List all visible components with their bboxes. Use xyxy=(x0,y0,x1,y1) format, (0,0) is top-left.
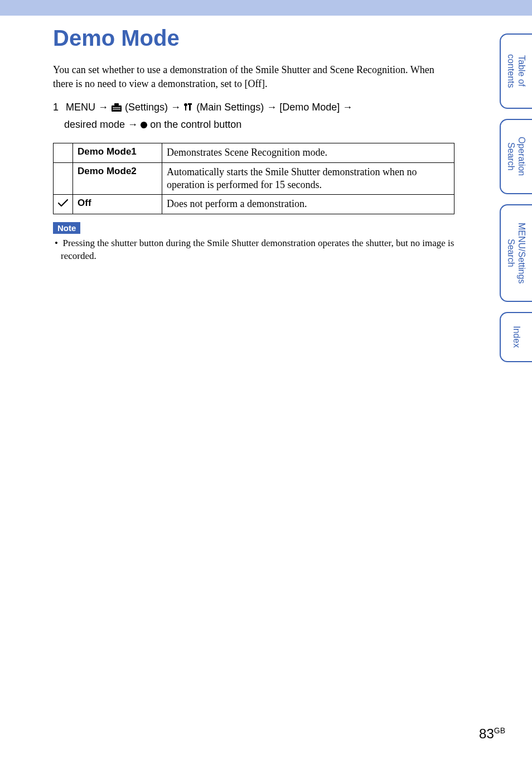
svg-rect-1 xyxy=(114,103,119,105)
mode-label-cell: Demo Mode2 xyxy=(73,162,162,195)
arrow-icon: → xyxy=(98,102,111,113)
tab-menu-settings-search[interactable]: MENU/Settings Search xyxy=(500,204,532,302)
wrench-main-settings-icon xyxy=(183,102,194,117)
page-number: 83GB xyxy=(479,726,505,742)
arrow-icon: → xyxy=(342,102,352,113)
mode-label-cell: Off xyxy=(73,195,162,214)
page-num-suffix: GB xyxy=(494,726,505,735)
main-content: Demo Mode You can set whether to use a d… xyxy=(53,22,454,263)
table-row: Off Does not perform a demonstration. xyxy=(54,195,454,214)
arrow-icon: → xyxy=(128,119,141,130)
svg-rect-5 xyxy=(188,103,192,105)
arrow-icon: → xyxy=(171,102,183,113)
table-row: Demo Mode1 Demonstrates Scene Recognitio… xyxy=(54,143,454,162)
tab-index[interactable]: Index xyxy=(500,312,532,362)
step-demo-mode-label: [Demo Mode] xyxy=(279,102,340,113)
svg-rect-3 xyxy=(113,109,120,109)
step-number: 1 xyxy=(53,100,63,116)
arrow-icon: → xyxy=(267,102,279,113)
step-menu-label: MENU xyxy=(66,102,95,113)
toolbox-settings-icon xyxy=(111,102,122,117)
note-body: Pressing the shutter button during the S… xyxy=(61,238,454,261)
mode-desc-cell: Automatically starts the Smile Shutter d… xyxy=(162,162,454,195)
svg-rect-2 xyxy=(113,107,120,108)
check-cell xyxy=(54,162,73,195)
mode-desc-cell: Demonstrates Scene Recognition mode. xyxy=(162,143,454,162)
sidebar-nav: Table of contents Operation Search MENU/… xyxy=(490,33,532,362)
step-on-control-text: on the control button xyxy=(150,119,241,130)
svg-rect-0 xyxy=(112,105,122,112)
step-main-settings-label: (Main Settings) xyxy=(196,102,264,113)
note-badge: Note xyxy=(53,222,80,234)
mode-label-cell: Demo Mode1 xyxy=(73,143,162,162)
check-cell xyxy=(54,195,73,214)
check-cell xyxy=(54,143,73,162)
center-button-icon xyxy=(141,122,147,128)
mode-desc-cell: Does not perform a demonstration. xyxy=(162,195,454,214)
page-title: Demo Mode xyxy=(53,26,454,51)
step-desired-mode-label: desired mode xyxy=(64,119,125,130)
demo-mode-table: Demo Mode1 Demonstrates Scene Recognitio… xyxy=(53,143,454,214)
checkmark-icon xyxy=(58,199,68,210)
tab-operation-search[interactable]: Operation Search xyxy=(500,119,532,194)
intro-paragraph: You can set whether to use a demonstrati… xyxy=(53,63,454,91)
tab-table-of-contents[interactable]: Table of contents xyxy=(500,33,532,109)
note-text: • Pressing the shutter button during the… xyxy=(53,237,454,263)
table-row: Demo Mode2 Automatically starts the Smil… xyxy=(54,162,454,195)
page-num-value: 83 xyxy=(479,726,494,741)
top-color-band xyxy=(0,0,532,16)
instruction-step: 1 MENU → (Settings) → (Main Settings) → … xyxy=(53,100,454,133)
bullet-icon: • xyxy=(55,238,58,248)
step-settings-label: (Settings) xyxy=(125,102,168,113)
